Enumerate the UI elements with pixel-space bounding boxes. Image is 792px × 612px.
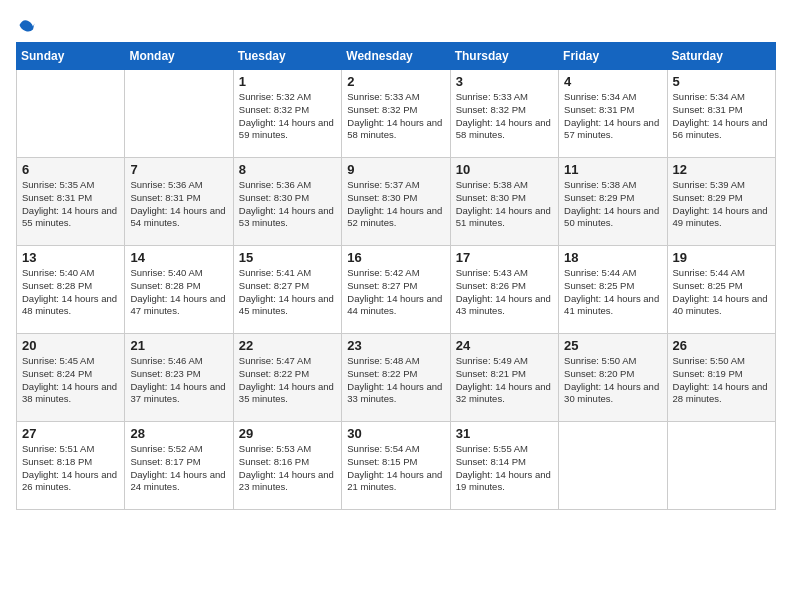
day-number: 23 — [347, 338, 444, 353]
calendar-week-row: 6Sunrise: 5:35 AM Sunset: 8:31 PM Daylig… — [17, 158, 776, 246]
calendar-cell: 3Sunrise: 5:33 AM Sunset: 8:32 PM Daylig… — [450, 70, 558, 158]
calendar-week-row: 13Sunrise: 5:40 AM Sunset: 8:28 PM Dayli… — [17, 246, 776, 334]
day-number: 17 — [456, 250, 553, 265]
calendar-cell: 2Sunrise: 5:33 AM Sunset: 8:32 PM Daylig… — [342, 70, 450, 158]
logo — [16, 16, 38, 34]
day-number: 14 — [130, 250, 227, 265]
calendar-cell: 16Sunrise: 5:42 AM Sunset: 8:27 PM Dayli… — [342, 246, 450, 334]
day-info: Sunrise: 5:48 AM Sunset: 8:22 PM Dayligh… — [347, 355, 444, 406]
calendar-cell: 8Sunrise: 5:36 AM Sunset: 8:30 PM Daylig… — [233, 158, 341, 246]
weekday-header: Saturday — [667, 43, 775, 70]
day-number: 24 — [456, 338, 553, 353]
day-info: Sunrise: 5:52 AM Sunset: 8:17 PM Dayligh… — [130, 443, 227, 494]
day-info: Sunrise: 5:36 AM Sunset: 8:31 PM Dayligh… — [130, 179, 227, 230]
day-number: 6 — [22, 162, 119, 177]
calendar-cell — [667, 422, 775, 510]
day-number: 15 — [239, 250, 336, 265]
day-number: 28 — [130, 426, 227, 441]
calendar-cell: 22Sunrise: 5:47 AM Sunset: 8:22 PM Dayli… — [233, 334, 341, 422]
day-number: 21 — [130, 338, 227, 353]
day-info: Sunrise: 5:37 AM Sunset: 8:30 PM Dayligh… — [347, 179, 444, 230]
calendar-cell: 5Sunrise: 5:34 AM Sunset: 8:31 PM Daylig… — [667, 70, 775, 158]
calendar-cell: 14Sunrise: 5:40 AM Sunset: 8:28 PM Dayli… — [125, 246, 233, 334]
day-number: 22 — [239, 338, 336, 353]
day-info: Sunrise: 5:34 AM Sunset: 8:31 PM Dayligh… — [564, 91, 661, 142]
day-info: Sunrise: 5:54 AM Sunset: 8:15 PM Dayligh… — [347, 443, 444, 494]
calendar-cell: 25Sunrise: 5:50 AM Sunset: 8:20 PM Dayli… — [559, 334, 667, 422]
day-info: Sunrise: 5:35 AM Sunset: 8:31 PM Dayligh… — [22, 179, 119, 230]
calendar-cell: 26Sunrise: 5:50 AM Sunset: 8:19 PM Dayli… — [667, 334, 775, 422]
day-info: Sunrise: 5:34 AM Sunset: 8:31 PM Dayligh… — [673, 91, 770, 142]
calendar-cell: 1Sunrise: 5:32 AM Sunset: 8:32 PM Daylig… — [233, 70, 341, 158]
weekday-header-row: SundayMondayTuesdayWednesdayThursdayFrid… — [17, 43, 776, 70]
calendar-cell: 30Sunrise: 5:54 AM Sunset: 8:15 PM Dayli… — [342, 422, 450, 510]
calendar-cell: 24Sunrise: 5:49 AM Sunset: 8:21 PM Dayli… — [450, 334, 558, 422]
weekday-header: Thursday — [450, 43, 558, 70]
calendar-cell — [559, 422, 667, 510]
day-info: Sunrise: 5:49 AM Sunset: 8:21 PM Dayligh… — [456, 355, 553, 406]
day-info: Sunrise: 5:32 AM Sunset: 8:32 PM Dayligh… — [239, 91, 336, 142]
calendar-cell: 31Sunrise: 5:55 AM Sunset: 8:14 PM Dayli… — [450, 422, 558, 510]
day-info: Sunrise: 5:43 AM Sunset: 8:26 PM Dayligh… — [456, 267, 553, 318]
day-number: 27 — [22, 426, 119, 441]
day-info: Sunrise: 5:44 AM Sunset: 8:25 PM Dayligh… — [564, 267, 661, 318]
day-info: Sunrise: 5:40 AM Sunset: 8:28 PM Dayligh… — [130, 267, 227, 318]
day-info: Sunrise: 5:53 AM Sunset: 8:16 PM Dayligh… — [239, 443, 336, 494]
calendar-cell: 10Sunrise: 5:38 AM Sunset: 8:30 PM Dayli… — [450, 158, 558, 246]
day-number: 13 — [22, 250, 119, 265]
day-info: Sunrise: 5:40 AM Sunset: 8:28 PM Dayligh… — [22, 267, 119, 318]
calendar-cell: 19Sunrise: 5:44 AM Sunset: 8:25 PM Dayli… — [667, 246, 775, 334]
day-info: Sunrise: 5:46 AM Sunset: 8:23 PM Dayligh… — [130, 355, 227, 406]
day-number: 29 — [239, 426, 336, 441]
calendar-cell: 20Sunrise: 5:45 AM Sunset: 8:24 PM Dayli… — [17, 334, 125, 422]
day-info: Sunrise: 5:47 AM Sunset: 8:22 PM Dayligh… — [239, 355, 336, 406]
weekday-header: Monday — [125, 43, 233, 70]
weekday-header: Friday — [559, 43, 667, 70]
calendar-cell — [17, 70, 125, 158]
day-info: Sunrise: 5:36 AM Sunset: 8:30 PM Dayligh… — [239, 179, 336, 230]
calendar-week-row: 27Sunrise: 5:51 AM Sunset: 8:18 PM Dayli… — [17, 422, 776, 510]
calendar-cell: 17Sunrise: 5:43 AM Sunset: 8:26 PM Dayli… — [450, 246, 558, 334]
calendar-cell: 28Sunrise: 5:52 AM Sunset: 8:17 PM Dayli… — [125, 422, 233, 510]
calendar-cell: 9Sunrise: 5:37 AM Sunset: 8:30 PM Daylig… — [342, 158, 450, 246]
day-number: 1 — [239, 74, 336, 89]
calendar-week-row: 1Sunrise: 5:32 AM Sunset: 8:32 PM Daylig… — [17, 70, 776, 158]
calendar-cell: 23Sunrise: 5:48 AM Sunset: 8:22 PM Dayli… — [342, 334, 450, 422]
day-number: 26 — [673, 338, 770, 353]
weekday-header: Wednesday — [342, 43, 450, 70]
day-number: 9 — [347, 162, 444, 177]
day-info: Sunrise: 5:42 AM Sunset: 8:27 PM Dayligh… — [347, 267, 444, 318]
calendar-cell: 18Sunrise: 5:44 AM Sunset: 8:25 PM Dayli… — [559, 246, 667, 334]
calendar-cell: 12Sunrise: 5:39 AM Sunset: 8:29 PM Dayli… — [667, 158, 775, 246]
day-number: 19 — [673, 250, 770, 265]
day-number: 11 — [564, 162, 661, 177]
day-info: Sunrise: 5:38 AM Sunset: 8:30 PM Dayligh… — [456, 179, 553, 230]
day-info: Sunrise: 5:41 AM Sunset: 8:27 PM Dayligh… — [239, 267, 336, 318]
day-number: 30 — [347, 426, 444, 441]
day-number: 10 — [456, 162, 553, 177]
day-info: Sunrise: 5:33 AM Sunset: 8:32 PM Dayligh… — [347, 91, 444, 142]
day-info: Sunrise: 5:39 AM Sunset: 8:29 PM Dayligh… — [673, 179, 770, 230]
day-number: 20 — [22, 338, 119, 353]
page-header — [16, 16, 776, 34]
day-number: 7 — [130, 162, 227, 177]
day-number: 31 — [456, 426, 553, 441]
day-number: 18 — [564, 250, 661, 265]
calendar-cell: 13Sunrise: 5:40 AM Sunset: 8:28 PM Dayli… — [17, 246, 125, 334]
day-number: 12 — [673, 162, 770, 177]
calendar-cell: 11Sunrise: 5:38 AM Sunset: 8:29 PM Dayli… — [559, 158, 667, 246]
day-number: 3 — [456, 74, 553, 89]
day-number: 5 — [673, 74, 770, 89]
calendar-cell: 21Sunrise: 5:46 AM Sunset: 8:23 PM Dayli… — [125, 334, 233, 422]
calendar-cell — [125, 70, 233, 158]
calendar-cell: 15Sunrise: 5:41 AM Sunset: 8:27 PM Dayli… — [233, 246, 341, 334]
weekday-header: Tuesday — [233, 43, 341, 70]
calendar-cell: 4Sunrise: 5:34 AM Sunset: 8:31 PM Daylig… — [559, 70, 667, 158]
calendar-cell: 27Sunrise: 5:51 AM Sunset: 8:18 PM Dayli… — [17, 422, 125, 510]
day-info: Sunrise: 5:50 AM Sunset: 8:19 PM Dayligh… — [673, 355, 770, 406]
calendar-cell: 29Sunrise: 5:53 AM Sunset: 8:16 PM Dayli… — [233, 422, 341, 510]
calendar-week-row: 20Sunrise: 5:45 AM Sunset: 8:24 PM Dayli… — [17, 334, 776, 422]
day-info: Sunrise: 5:50 AM Sunset: 8:20 PM Dayligh… — [564, 355, 661, 406]
weekday-header: Sunday — [17, 43, 125, 70]
day-number: 25 — [564, 338, 661, 353]
